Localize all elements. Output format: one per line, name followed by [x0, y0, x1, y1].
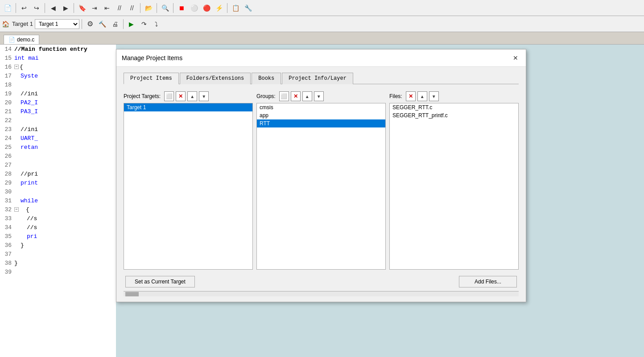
- groups-panel: Groups: cmsis app: [256, 91, 386, 270]
- redo-btn[interactable]: ↪: [31, 2, 42, 14]
- code-line-32: 32 − {: [0, 205, 116, 214]
- flash-btn[interactable]: ⚡: [213, 2, 225, 14]
- code-line-36: 36 }: [0, 241, 116, 250]
- code-line-23: 23 //ini: [0, 125, 116, 134]
- tab-books[interactable]: Books: [252, 73, 281, 84]
- delete-icon: [409, 93, 413, 99]
- search-btn[interactable]: 🔍: [159, 2, 171, 14]
- file-item-segger-rtt-printf-c[interactable]: SEGGER_RTT_printf.c: [390, 111, 518, 119]
- delete-icon: [293, 93, 298, 99]
- code-line-14: 14 //Main function entry: [0, 45, 116, 53]
- indent-btn[interactable]: ⇥: [89, 2, 100, 14]
- group-item-app[interactable]: app: [257, 111, 385, 119]
- code-line-26: 26: [0, 152, 116, 160]
- new-icon: [166, 93, 173, 99]
- tab-demo-c[interactable]: 📄 demo.c: [4, 35, 39, 44]
- groups-delete-btn[interactable]: [291, 91, 301, 101]
- open-file2-btn[interactable]: 📂: [143, 2, 154, 14]
- groups-list[interactable]: cmsis app RTT: [256, 103, 386, 270]
- outdent-btn[interactable]: ⇤: [101, 2, 113, 14]
- back-btn[interactable]: ◀: [47, 2, 59, 14]
- debug-btn[interactable]: 🔴: [201, 2, 212, 14]
- code-line-30: 30: [0, 187, 116, 196]
- targets-label: Project Targets:: [124, 93, 161, 99]
- uncomment-btn[interactable]: //: [126, 2, 138, 14]
- groups-down-btn[interactable]: [314, 91, 324, 101]
- code-line-39: 39: [0, 267, 116, 276]
- tab-folders-extensions[interactable]: Folders/Extensions: [180, 73, 251, 84]
- tab-icon: 📄: [8, 37, 15, 43]
- bookmark-btn[interactable]: 🔖: [76, 2, 88, 14]
- targets-up-btn[interactable]: [187, 91, 197, 101]
- target-item-1[interactable]: Target 1: [124, 103, 252, 111]
- undo-btn[interactable]: ↩: [18, 2, 30, 14]
- targets-panel: Project Targets: Target 1: [124, 91, 253, 270]
- manage-project-btn[interactable]: ⚙: [84, 18, 96, 30]
- sep7: [227, 3, 227, 13]
- dialog-close-button[interactable]: ✕: [511, 53, 520, 63]
- targets-new-btn[interactable]: [164, 91, 174, 101]
- group-item-cmsis[interactable]: cmsis: [257, 103, 385, 111]
- files-delete-btn[interactable]: [406, 91, 416, 101]
- code-line-27: 27: [0, 160, 116, 169]
- code-line-21: 21 PA3_I: [0, 107, 116, 116]
- sep4: [140, 3, 140, 13]
- panels-container: Project Targets: Target 1: [124, 91, 519, 270]
- dialog-scrollbar[interactable]: [124, 291, 519, 296]
- code-line-22: 22: [0, 116, 116, 125]
- collapse-16[interactable]: −: [14, 65, 19, 69]
- targets-list[interactable]: Target 1: [124, 103, 253, 270]
- view-btn[interactable]: 📋: [230, 2, 241, 14]
- tab-project-items[interactable]: Project Items: [124, 73, 179, 84]
- tab-bar: 📄 demo.c: [0, 32, 644, 45]
- files-down-btn[interactable]: [429, 91, 439, 101]
- code-line-37: 37: [0, 250, 116, 259]
- comment-btn[interactable]: //: [114, 2, 125, 14]
- down-icon: [432, 94, 436, 99]
- sep8: [82, 19, 82, 29]
- run2-btn[interactable]: ▶: [126, 18, 137, 30]
- code-line-16: 16 − {: [0, 62, 116, 71]
- dialog-tab-bar: Project Items Folders/Extensions Books P…: [124, 72, 519, 84]
- set-current-target-button[interactable]: Set as Current Target: [125, 276, 195, 287]
- forward-btn[interactable]: ▶: [60, 2, 71, 14]
- stop-btn[interactable]: ⏹: [176, 2, 187, 14]
- code-line-33: 33 //s: [0, 214, 116, 223]
- down-icon: [317, 94, 321, 99]
- code-line-31: 31 while: [0, 196, 116, 205]
- dialog-titlebar: Manage Project Items ✕: [116, 49, 526, 67]
- scrollbar-thumb[interactable]: [125, 292, 139, 296]
- sep2: [45, 3, 45, 13]
- code-line-15: 15 int mai: [0, 53, 116, 62]
- tab-label: demo.c: [17, 37, 34, 43]
- step-into-btn[interactable]: ⤵: [151, 18, 162, 30]
- target-dropdown[interactable]: Target 1: [35, 19, 79, 29]
- code-line-34: 34 //s: [0, 223, 116, 232]
- new-icon: [281, 93, 287, 99]
- tab-project-info-layer[interactable]: Project Info/Layer: [282, 73, 353, 84]
- new-file-btn[interactable]: 📄: [2, 2, 13, 14]
- add-files-button[interactable]: Add Files...: [459, 276, 517, 287]
- build2-btn[interactable]: 🔨: [97, 18, 108, 30]
- code-editor[interactable]: 14 //Main function entry 15 int mai 16 −…: [0, 45, 116, 357]
- files-list[interactable]: SEGGER_RTT.c SEGGER_RTT_printf.c: [389, 103, 519, 270]
- files-label: Files:: [389, 93, 402, 99]
- targets-panel-header: Project Targets:: [124, 91, 253, 101]
- step-over-btn[interactable]: ↷: [138, 18, 150, 30]
- sep5: [157, 3, 157, 13]
- manage-project-dialog: Manage Project Items ✕ Project Items Fol…: [116, 49, 526, 302]
- targets-delete-btn[interactable]: [176, 91, 186, 101]
- groups-new-btn[interactable]: [279, 91, 289, 101]
- print-btn[interactable]: 🖨: [109, 18, 121, 30]
- groups-label: Groups:: [256, 93, 276, 99]
- sep9: [123, 19, 124, 29]
- run-btn[interactable]: ⚪: [188, 2, 200, 14]
- groups-up-btn[interactable]: [302, 91, 312, 101]
- group-item-rtt[interactable]: RTT: [257, 119, 385, 127]
- collapse-32[interactable]: −: [14, 207, 19, 212]
- targets-down-btn[interactable]: [199, 91, 209, 101]
- groups-panel-header: Groups:: [256, 91, 386, 101]
- settings-btn[interactable]: 🔧: [242, 2, 254, 14]
- file-item-segger-rtt-c[interactable]: SEGGER_RTT.c: [390, 103, 518, 111]
- files-up-btn[interactable]: [417, 91, 427, 101]
